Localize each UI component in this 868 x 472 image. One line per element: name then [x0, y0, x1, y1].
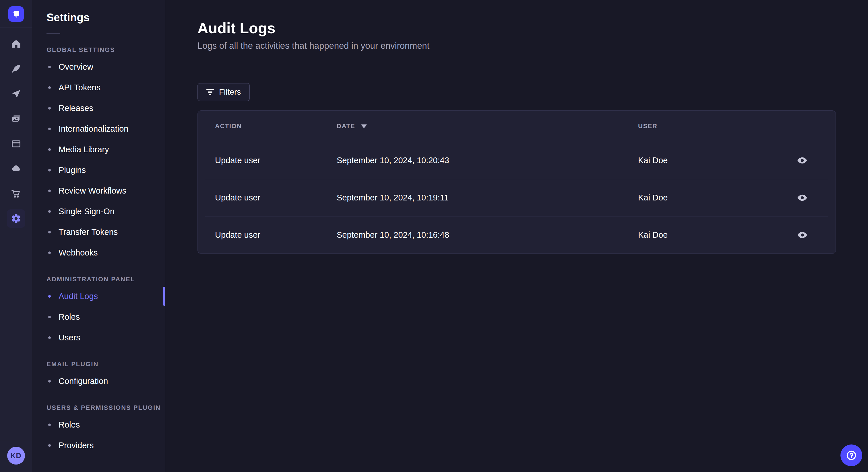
feather-icon[interactable] — [7, 60, 25, 78]
paper-plane-icon[interactable] — [7, 85, 25, 103]
filter-icon — [206, 89, 214, 95]
sidebar-item-internationalization[interactable]: Internationalization — [32, 119, 165, 139]
bullet-icon — [48, 424, 51, 426]
sidebar-item-api-tokens[interactable]: API Tokens — [32, 77, 165, 98]
sidebar-item-audit-logs[interactable]: Audit Logs — [32, 286, 165, 307]
sidebar-item-review-workflows[interactable]: Review Workflows — [32, 180, 165, 201]
column-header-user: USER — [638, 123, 785, 130]
page-subtitle: Logs of all the activities that happened… — [197, 41, 868, 51]
cell-action: Update user — [215, 230, 337, 240]
table-row[interactable]: Update user September 10, 2024, 10:16:48… — [198, 216, 836, 254]
home-icon[interactable] — [7, 35, 25, 53]
section-global-settings: GLOBAL SETTINGS Overview API Tokens Rele… — [32, 46, 165, 263]
bullet-icon — [48, 444, 51, 447]
strapi-logo-icon[interactable] — [8, 6, 24, 22]
sidebar-item-plugins[interactable]: Plugins — [32, 160, 165, 180]
bullet-icon — [48, 107, 51, 109]
question-mark-icon — [846, 450, 857, 461]
section-label: USERS & PERMISSIONS PLUGIN — [46, 404, 165, 411]
sidebar-item-up-roles[interactable]: Roles — [32, 414, 165, 435]
column-header-date[interactable]: DATE — [337, 123, 638, 130]
eye-icon[interactable] — [795, 155, 809, 166]
sidebar-item-webhooks[interactable]: Webhooks — [32, 242, 165, 263]
bullet-icon — [48, 66, 51, 68]
sidebar-item-email-configuration[interactable]: Configuration — [32, 371, 165, 392]
section-administration-panel: ADMINISTRATION PANEL Audit Logs Roles Us… — [32, 276, 165, 348]
cell-date: September 10, 2024, 10:20:43 — [337, 156, 638, 165]
layouts-icon[interactable] — [7, 134, 25, 153]
section-label: GLOBAL SETTINGS — [46, 46, 165, 54]
cell-user: Kai Doe — [638, 156, 785, 165]
audit-logs-table: ACTION DATE USER Update user September 1… — [197, 110, 836, 254]
sidebar-item-media-library[interactable]: Media Library — [32, 139, 165, 160]
section-users-permissions-plugin: USERS & PERMISSIONS PLUGIN Roles Provide… — [32, 404, 165, 456]
help-button[interactable] — [840, 444, 862, 466]
cell-action: Update user — [215, 156, 337, 165]
bullet-icon — [48, 316, 51, 318]
table-row[interactable]: Update user September 10, 2024, 10:19:11… — [198, 179, 836, 216]
main-content: Audit Logs Logs of all the activities th… — [165, 0, 868, 472]
sidebar-item-overview[interactable]: Overview — [32, 57, 165, 77]
cell-date: September 10, 2024, 10:16:48 — [337, 230, 638, 240]
bullet-icon — [48, 86, 51, 89]
sidebar-item-admin-users[interactable]: Users — [32, 327, 165, 348]
avatar[interactable]: KD — [7, 447, 25, 465]
main-nav-rail: KD — [0, 0, 32, 472]
cell-user: Kai Doe — [638, 193, 785, 202]
page-title: Audit Logs — [197, 20, 868, 36]
sort-desc-icon — [361, 125, 367, 128]
filters-button-label: Filters — [219, 88, 241, 97]
sidebar-item-admin-roles[interactable]: Roles — [32, 307, 165, 327]
table-header-row: ACTION DATE USER — [198, 111, 836, 142]
cell-date: September 10, 2024, 10:19:11 — [337, 193, 638, 202]
bullet-icon — [48, 148, 51, 151]
subnav-title-divider — [46, 33, 60, 34]
media-library-icon[interactable] — [7, 109, 25, 128]
bullet-icon — [48, 251, 51, 254]
bullet-icon — [48, 210, 51, 213]
filters-button[interactable]: Filters — [197, 83, 250, 101]
cloud-icon[interactable] — [7, 160, 25, 178]
sidebar-item-transfer-tokens[interactable]: Transfer Tokens — [32, 222, 165, 242]
sidebar-item-releases[interactable]: Releases — [32, 98, 165, 119]
section-email-plugin: EMAIL PLUGIN Configuration — [32, 361, 165, 392]
bullet-icon — [48, 336, 51, 339]
column-header-action: ACTION — [215, 123, 337, 130]
bullet-icon — [48, 231, 51, 233]
bullet-icon — [48, 190, 51, 192]
eye-icon[interactable] — [795, 192, 809, 204]
settings-subnav: Settings GLOBAL SETTINGS Overview API To… — [32, 0, 165, 472]
subnav-title: Settings — [46, 11, 165, 24]
cell-user: Kai Doe — [638, 230, 785, 240]
bullet-icon — [48, 169, 51, 171]
marketplace-cart-icon[interactable] — [7, 184, 25, 203]
bullet-icon — [48, 380, 51, 382]
table-row[interactable]: Update user September 10, 2024, 10:20:43… — [198, 142, 836, 179]
rail-divider — [0, 28, 32, 28]
eye-icon[interactable] — [795, 229, 809, 241]
bullet-icon — [48, 295, 51, 298]
section-label: EMAIL PLUGIN — [46, 361, 165, 368]
bullet-icon — [48, 128, 51, 130]
sidebar-item-up-providers[interactable]: Providers — [32, 435, 165, 456]
strapi-logo-glyph — [10, 8, 22, 20]
settings-gear-icon[interactable] — [7, 209, 25, 228]
cell-action: Update user — [215, 193, 337, 202]
sidebar-item-single-sign-on[interactable]: Single Sign-On — [32, 201, 165, 222]
section-label: ADMINISTRATION PANEL — [46, 276, 165, 283]
